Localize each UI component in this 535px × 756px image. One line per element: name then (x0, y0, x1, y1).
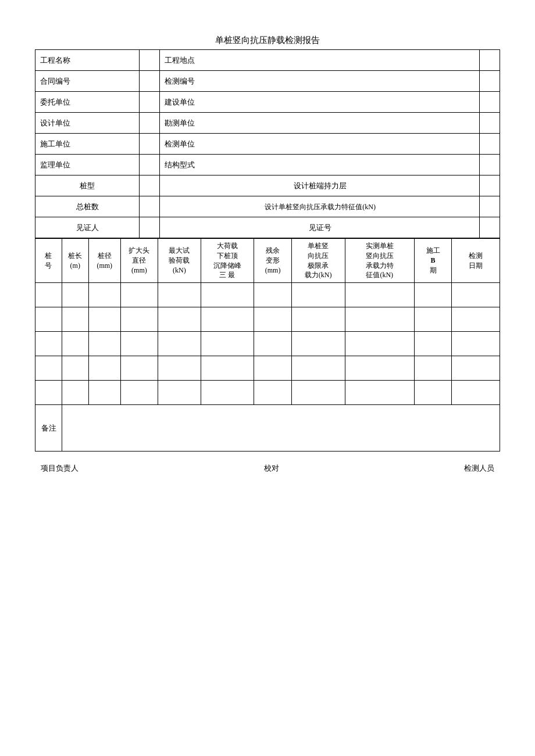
label-witness-no: 见证号 (160, 217, 480, 238)
label-client: 委托单位 (35, 92, 140, 113)
label-design-bearing: 设计单桩竖向抗压承载力特征值(kN) (160, 196, 480, 217)
col-max-load: 最大试验荷载(kN) (158, 239, 201, 283)
footer-review: 校对 (264, 463, 279, 474)
value-design-unit (140, 113, 160, 134)
table-row (35, 381, 500, 405)
label-structure-type: 结构型式 (160, 155, 480, 175)
label-construct-unit: 施工单位 (35, 134, 140, 155)
header-row-1: 工程名称 工程地点 (35, 50, 500, 71)
label-design-unit: 设计单位 (35, 113, 140, 134)
value-construct-unit (140, 134, 160, 155)
value-survey-unit (480, 113, 500, 134)
value-construction-unit (480, 92, 500, 113)
value-detect-no (480, 71, 500, 92)
total-piles-row: 总桩数 设计单桩竖向抗压承载力特征值(kN) (35, 196, 500, 217)
label-supervise-unit: 监理单位 (35, 155, 140, 175)
header-row-2: 合同编号 检测编号 (35, 71, 500, 92)
col-pile-len: 桩长(m) (62, 239, 88, 283)
header-row-6: 监理单位 结构型式 (35, 155, 500, 175)
label-total-piles: 总桩数 (35, 196, 140, 217)
col-actual-bearing: 实测单桩竖向抗压承载力特征值(kN) (345, 239, 414, 283)
value-test-unit (480, 134, 500, 155)
data-table-header: 桩号 桩长(m) 桩径(mm) 扩大头直径(mm) 最大试验荷载(kN) 大荷载… (35, 239, 500, 283)
col-limit-bearing: 单桩竖向抗压极限承载力(kN) (291, 239, 345, 283)
value-pile-type (140, 175, 160, 196)
table-row (35, 332, 500, 356)
remarks-value (62, 405, 500, 452)
table-row (35, 356, 500, 381)
label-detect-no: 检测编号 (160, 71, 480, 92)
remarks-row: 备注 (35, 405, 500, 452)
label-pile-type: 桩型 (35, 175, 140, 196)
col-pile-dia: 桩径(mm) (88, 239, 120, 283)
value-client (140, 92, 160, 113)
footer-project-lead: 项目负责人 (41, 463, 79, 474)
header-row-5: 施工单位 检测单位 (35, 134, 500, 155)
table-row (35, 307, 500, 332)
col-expand-dia: 扩大头直径(mm) (120, 239, 158, 283)
value-structure-type (480, 155, 500, 175)
value-supervise-unit (140, 155, 160, 175)
label-construction-unit: 建设单位 (160, 92, 480, 113)
value-witness (140, 217, 160, 238)
label-survey-unit: 勘测单位 (160, 113, 480, 134)
header-row-4: 设计单位 勘测单位 (35, 113, 500, 134)
label-test-unit: 检测单位 (160, 134, 480, 155)
header-row-3: 委托单位 建设单位 (35, 92, 500, 113)
footer-inspector: 检测人员 (464, 463, 494, 474)
page-title: 单桩竖向抗压静载检测报告 (35, 35, 500, 46)
table-row (35, 283, 500, 307)
footer: 项目负责人 校对 检测人员 (35, 463, 500, 474)
label-project-name: 工程名称 (35, 50, 140, 71)
pile-type-row: 桩型 设计桩端持力层 (35, 175, 500, 196)
label-witness: 见证人 (35, 217, 140, 238)
label-pile-bearing: 设计桩端持力层 (160, 175, 480, 196)
col-residual: 残余变形(mm) (254, 239, 291, 283)
remarks-label: 备注 (35, 405, 62, 452)
label-project-location: 工程地点 (160, 50, 480, 71)
value-total-piles (140, 196, 160, 217)
value-project-location (480, 50, 500, 71)
value-design-bearing (480, 196, 500, 217)
value-witness-no (480, 217, 500, 238)
col-settlement: 大荷载下桩顶沉降储峰三 最 (201, 239, 254, 283)
witness-row: 见证人 见证号 (35, 217, 500, 238)
col-construction-period: 施工B期 (414, 239, 451, 283)
value-contract-no (140, 71, 160, 92)
value-pile-bearing (480, 175, 500, 196)
col-pile-no: 桩号 (35, 239, 62, 283)
label-contract-no: 合同编号 (35, 71, 140, 92)
value-project-name (140, 50, 160, 71)
col-test-date: 检测日期 (452, 239, 500, 283)
